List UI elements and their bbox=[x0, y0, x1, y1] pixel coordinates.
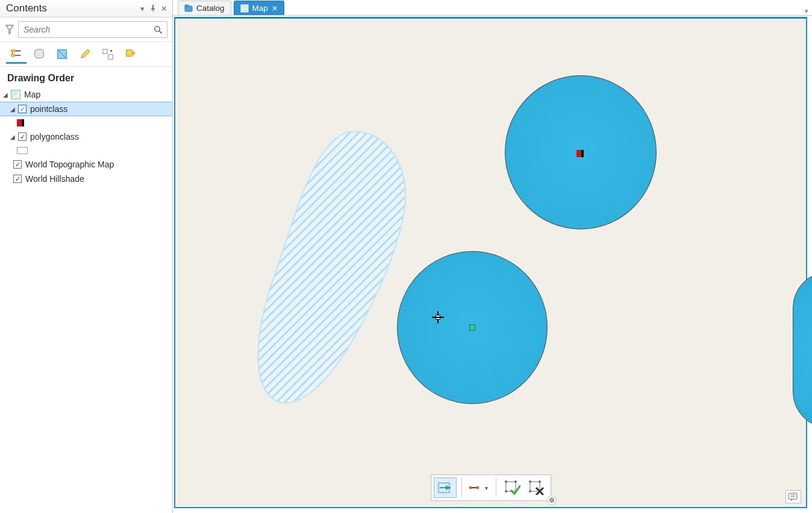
list-by-snapping-button[interactable] bbox=[98, 46, 118, 64]
symbol-row-polygonclass[interactable] bbox=[0, 144, 172, 157]
finish-sketch-button[interactable] bbox=[501, 477, 524, 498]
svg-point-22 bbox=[505, 480, 507, 483]
sketch-toolbar: ▾ ✲ bbox=[431, 474, 551, 501]
svg-rect-21 bbox=[506, 482, 516, 491]
svg-rect-7 bbox=[108, 54, 113, 58]
svg-point-19 bbox=[476, 487, 479, 490]
layer-node-polygonclass[interactable]: ◢ polygonclass bbox=[0, 129, 172, 144]
contents-toolbar bbox=[0, 42, 172, 67]
svg-point-27 bbox=[539, 480, 541, 483]
view-tabstrip: Catalog Map ✕ ▾ bbox=[173, 0, 812, 16]
visibility-checkbox[interactable] bbox=[13, 160, 22, 169]
pin-icon[interactable] bbox=[148, 4, 158, 13]
list-by-source-button[interactable] bbox=[29, 46, 49, 64]
streaming-tool-button[interactable] bbox=[434, 477, 457, 498]
layer-node-pointclass[interactable]: ◢ pointclass bbox=[0, 102, 172, 116]
layer-tree: ◢ Map ◢ pointclass ◢ polygonclass bbox=[0, 87, 172, 186]
svg-rect-2 bbox=[11, 49, 15, 52]
search-row bbox=[0, 17, 172, 42]
caret-down-icon[interactable]: ◢ bbox=[2, 92, 8, 98]
search-input[interactable] bbox=[19, 22, 167, 37]
layer-node-topo[interactable]: World Topographic Map bbox=[0, 157, 172, 172]
svg-rect-3 bbox=[11, 54, 15, 57]
point-symbol-icon bbox=[17, 119, 24, 126]
svg-point-9 bbox=[132, 52, 134, 54]
symbol-row-pointclass[interactable] bbox=[0, 116, 172, 129]
point-feature bbox=[576, 150, 584, 157]
trace-dropdown-icon[interactable]: ▾ bbox=[483, 485, 491, 491]
layer-label: World Topographic Map bbox=[24, 160, 114, 169]
buffer-circle bbox=[793, 272, 812, 428]
cancel-sketch-button[interactable] bbox=[525, 477, 548, 498]
contents-title: Contents bbox=[6, 2, 47, 14]
tab-catalog[interactable]: Catalog bbox=[178, 1, 231, 15]
search-icon[interactable] bbox=[152, 24, 163, 35]
drawing-order-label: Drawing Order bbox=[0, 67, 172, 87]
map-root-label: Map bbox=[23, 90, 40, 99]
visibility-checkbox[interactable] bbox=[18, 105, 27, 113]
popup-button[interactable] bbox=[785, 490, 801, 503]
layer-label: World Hillshade bbox=[24, 174, 84, 184]
svg-line-1 bbox=[159, 31, 161, 33]
visibility-checkbox[interactable] bbox=[13, 175, 22, 183]
list-by-labeling-button[interactable] bbox=[120, 46, 141, 64]
list-by-editing-button[interactable] bbox=[75, 46, 95, 64]
list-by-selection-button[interactable] bbox=[52, 46, 72, 64]
svg-point-8 bbox=[110, 49, 113, 52]
map-icon bbox=[11, 90, 20, 99]
layer-node-hillshade[interactable]: World Hillshade bbox=[0, 172, 172, 186]
catalog-icon bbox=[184, 4, 193, 13]
map-root-node[interactable]: ◢ Map bbox=[0, 87, 172, 102]
caret-down-icon[interactable]: ▾ bbox=[137, 4, 147, 13]
svg-point-28 bbox=[529, 490, 531, 493]
trace-tool-button[interactable] bbox=[467, 477, 481, 498]
svg-rect-6 bbox=[103, 49, 107, 53]
close-icon[interactable]: ✕ bbox=[159, 4, 169, 13]
filter-icon[interactable] bbox=[5, 23, 14, 36]
svg-rect-29 bbox=[789, 493, 797, 499]
tab-label: Map bbox=[252, 4, 268, 13]
visibility-checkbox[interactable] bbox=[18, 132, 27, 141]
tab-overflow-icon[interactable]: ▾ bbox=[805, 7, 808, 15]
sketch-vertex bbox=[469, 325, 475, 331]
caret-down-icon[interactable]: ◢ bbox=[10, 134, 16, 140]
close-icon[interactable]: ✕ bbox=[272, 4, 278, 13]
main-area: Catalog Map ✕ ▾ bbox=[173, 0, 812, 513]
streaming-sketch bbox=[254, 126, 422, 409]
search-box[interactable] bbox=[18, 21, 167, 38]
tab-label: Catalog bbox=[196, 4, 225, 13]
svg-point-18 bbox=[469, 487, 472, 490]
polygon-symbol-icon bbox=[17, 147, 28, 154]
contents-pane: Contents ▾ ✕ bbox=[0, 0, 173, 513]
map-icon bbox=[240, 4, 249, 13]
svg-point-0 bbox=[154, 26, 159, 31]
contents-header: Contents ▾ ✕ bbox=[0, 0, 172, 17]
svg-point-23 bbox=[514, 480, 517, 483]
list-by-drawing-order-button[interactable] bbox=[6, 46, 27, 64]
layer-label: polygonclass bbox=[29, 132, 79, 141]
tab-map[interactable]: Map ✕ bbox=[234, 1, 284, 15]
svg-point-26 bbox=[529, 480, 531, 483]
svg-point-24 bbox=[505, 490, 507, 493]
layer-label: pointclass bbox=[29, 104, 67, 114]
caret-down-icon[interactable]: ◢ bbox=[10, 106, 16, 113]
gear-icon[interactable]: ✲ bbox=[547, 496, 557, 505]
map-canvas[interactable]: ▾ ✲ bbox=[174, 17, 807, 508]
svg-rect-11 bbox=[185, 5, 189, 7]
svg-point-17 bbox=[448, 487, 451, 489]
